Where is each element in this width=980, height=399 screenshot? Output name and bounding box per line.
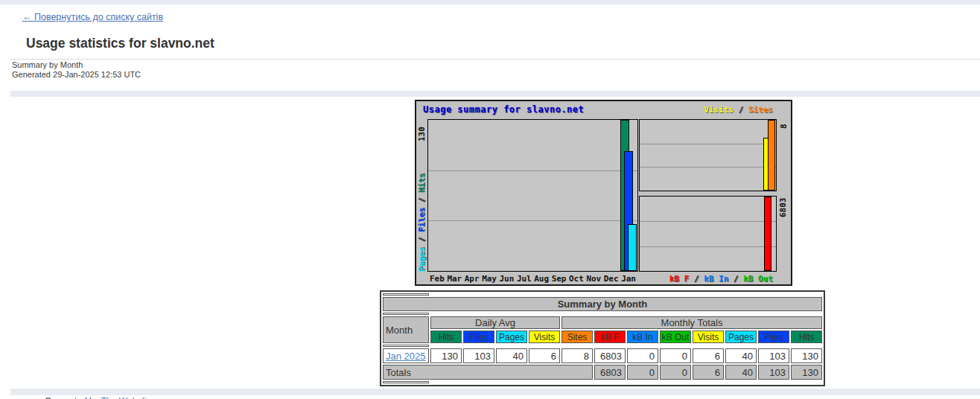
- separator-cell: [383, 381, 429, 383]
- divider-under-title: [10, 59, 980, 60]
- month-label: Nov: [586, 274, 601, 284]
- gridline: [640, 167, 776, 167]
- cell-kbin: 0: [627, 348, 658, 363]
- footer-webalizer-link[interactable]: The Webalizer: [101, 396, 159, 399]
- cell-visits: 6: [693, 348, 724, 363]
- month-label: Sep: [552, 274, 567, 284]
- legend-visits: Visits: [704, 105, 734, 115]
- col-header-pages-total: Pages: [725, 331, 757, 343]
- month-column-header: Month: [383, 316, 429, 343]
- month-label: Oct: [569, 274, 584, 284]
- month-label: Aug: [534, 274, 549, 284]
- col-header-pages: Pages: [496, 331, 527, 343]
- gridline: [428, 170, 637, 171]
- totals-row: Totals 6803 0 0 6 40 103 130: [383, 365, 822, 380]
- panel-visits-sites: [639, 119, 777, 191]
- ylabel-pages: Pages: [417, 247, 427, 272]
- table-title: Summary by Month: [383, 297, 822, 311]
- column-header-row: Hits Files Pages Visits Sites kB F kB In…: [383, 331, 822, 343]
- x-axis-month-labels: Feb Mar Apr May Jun Jul Aug Sep Oct Nov …: [427, 274, 638, 284]
- y-axis-label: Pages / Files / Hits: [417, 173, 427, 272]
- monthly-totals-group-header: Monthly Totals: [561, 316, 822, 329]
- ylabel-hits: Hits: [417, 173, 427, 194]
- total-files: 103: [758, 365, 789, 380]
- group-header-row: Month Daily Avg Monthly Totals: [383, 316, 822, 329]
- cell-files: 103: [758, 348, 789, 363]
- ylabel-separator: /: [417, 232, 427, 242]
- col-header-kbin: kB In: [627, 331, 658, 343]
- col-header-sites: Sites: [561, 331, 593, 343]
- month-label: Apr: [465, 274, 480, 284]
- separator-row: [383, 313, 822, 315]
- page-title: Usage statistics for slavno.net: [26, 36, 214, 51]
- legend-separator: /: [739, 105, 744, 115]
- separator-cell: [383, 293, 429, 296]
- back-to-site-list-link[interactable]: ← Повернутись до списку сайтів: [22, 12, 163, 22]
- legend-separator: /: [694, 274, 699, 284]
- table-title-row: Summary by Month: [383, 297, 822, 311]
- daily-avg-group-header: Daily Avg: [430, 316, 560, 329]
- legend-kbin: kB In: [704, 274, 728, 284]
- chart-title: Usage summary for slavno.net: [423, 104, 584, 115]
- col-header-visits: Visits: [529, 331, 560, 343]
- footer-partial-text: Generated by The Webalizer: [45, 396, 159, 399]
- bar-pages-jan: [628, 224, 637, 271]
- bar-kbf-jan: [764, 197, 771, 271]
- col-header-kbf: kB F: [594, 331, 626, 343]
- ylabel-files: Files: [417, 208, 427, 232]
- month-label: Jul: [517, 274, 532, 284]
- separator-row: [383, 381, 822, 383]
- gridline: [640, 144, 776, 144]
- ylabel-separator: /: [417, 193, 427, 202]
- cell-daily-files: 103: [463, 348, 494, 363]
- legend-kbout: kB Out: [743, 274, 773, 284]
- col-header-visits-total: Visits: [693, 331, 724, 343]
- summary-by-month-table: Summary by Month Month Daily Avg Monthly…: [380, 290, 825, 386]
- legend-separator: /: [734, 274, 739, 284]
- cell-hits: 130: [791, 348, 822, 363]
- chart-legend-kbytes: kB F / kB In / kB Out: [669, 274, 773, 284]
- month-label: Jun: [500, 274, 515, 284]
- chart-legend-visits-sites: Visits / Sites: [704, 105, 773, 115]
- page: ← Повернутись до списку сайтів Usage sta…: [0, 0, 980, 399]
- cell-daily-hits: 130: [430, 348, 462, 363]
- col-header-files: Files: [463, 331, 494, 343]
- summary-by-month-label: Summary by Month: [12, 60, 83, 69]
- cell-kbout: 0: [660, 348, 691, 363]
- cell-daily-pages: 40: [496, 348, 527, 363]
- month-label: Mar: [447, 274, 462, 284]
- totals-label: Totals: [383, 365, 593, 380]
- generated-timestamp: Generated 29-Jan-2025 12:53 UTC: [12, 70, 141, 79]
- month-label: May: [482, 274, 497, 284]
- legend-kbf: kB F: [669, 274, 690, 284]
- footer-generated-by: Generated by: [45, 396, 99, 399]
- cell-pages: 40: [725, 348, 757, 363]
- col-header-hits: Hits: [430, 331, 462, 343]
- y-axis-max-sites: 8: [779, 124, 789, 129]
- panel-hits-files-pages: [427, 119, 638, 272]
- legend-sites: Sites: [748, 105, 773, 115]
- month-label: Dec: [604, 274, 619, 284]
- y-axis-max-kbytes: 6803: [778, 198, 788, 218]
- cell-kbf: 6803: [594, 348, 626, 363]
- month-label: Feb: [430, 274, 445, 284]
- cell-daily-visits: 6: [529, 348, 560, 363]
- table-row-jan-2025: Jan 2025 130 103 40 6 8 6803 0 0 6 40 10…: [383, 348, 822, 363]
- total-visits: 6: [693, 365, 724, 380]
- usage-summary-chart: Usage summary for slavno.net Visits / Si…: [415, 100, 792, 286]
- col-header-files-total: Files: [758, 331, 789, 343]
- gridline: [640, 246, 776, 247]
- bar-sites-jan: [768, 120, 775, 191]
- jan-2025-link[interactable]: Jan 2025: [386, 351, 426, 362]
- separator-row: [383, 293, 822, 296]
- separator-cell: [383, 313, 429, 315]
- divider-bottom: [10, 389, 980, 395]
- col-header-hits-total: Hits: [791, 331, 822, 343]
- total-kbin: 0: [627, 365, 658, 380]
- separator-cell: [383, 345, 429, 347]
- total-pages: 40: [725, 365, 757, 380]
- gridline: [640, 221, 776, 222]
- gridline: [428, 220, 637, 221]
- separator-row: [383, 345, 822, 347]
- month-cell: Jan 2025: [383, 348, 429, 363]
